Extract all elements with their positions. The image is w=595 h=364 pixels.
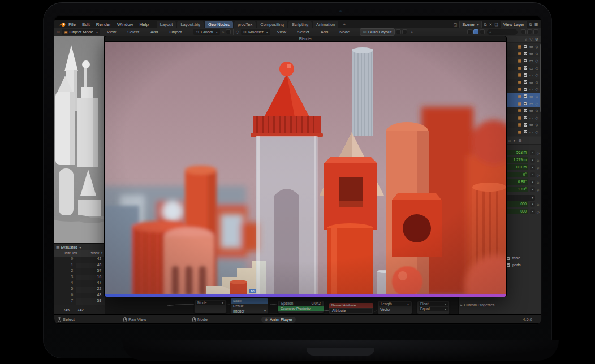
disable-render-icon[interactable]: ◇ (536, 102, 538, 106)
scale-value-field[interactable]: 000 (507, 201, 528, 207)
selectability-checkbox[interactable] (524, 80, 527, 84)
transform-value-field[interactable]: 031 m (507, 164, 528, 170)
transform-value-field[interactable]: 1.279 m (507, 157, 528, 163)
render-result-window[interactable]: Blender (105, 36, 506, 297)
selectability-checkbox[interactable] (524, 130, 527, 133)
selectability-checkbox[interactable] (524, 94, 527, 98)
disable-render-icon[interactable]: ◇ (536, 51, 538, 55)
transform-value-field[interactable]: 0.88° (507, 179, 528, 185)
lock-icon[interactable]: ▪ (530, 158, 535, 163)
workspace-tab[interactable]: Layout.big (177, 21, 204, 28)
hide-viewport-icon[interactable]: ▭ (529, 66, 533, 70)
snapping-toggle[interactable] (467, 29, 472, 34)
orientation-dropdown[interactable]: ⟲ Global ▾ (193, 29, 220, 35)
node-scale[interactable]: Scale Result Integer▾ (230, 298, 269, 314)
hide-viewport-icon[interactable]: ▭ (529, 130, 533, 134)
overlay-toggle-active[interactable] (473, 29, 478, 34)
hide-viewport-icon[interactable]: ▭ (529, 102, 533, 106)
workspace-tab[interactable]: Compositing (257, 21, 287, 28)
spreadsheet-row[interactable]: 0 42 (54, 257, 105, 263)
workspace-tab[interactable]: + (339, 21, 348, 28)
hide-viewport-icon[interactable]: ▭ (529, 73, 533, 77)
blender-logo-icon[interactable] (59, 22, 66, 27)
selectability-checkbox[interactable] (524, 123, 527, 127)
selectability-checkbox[interactable] (524, 45, 527, 48)
selectability-checkbox[interactable] (524, 116, 527, 119)
view-layer-selector[interactable]: View Layer (501, 21, 527, 28)
hide-viewport-icon[interactable]: ▭ (529, 94, 533, 98)
shading-toggle-2[interactable] (527, 29, 532, 34)
hide-viewport-icon[interactable]: ▭ (529, 80, 533, 84)
shading-toggle-3[interactable] (533, 29, 538, 34)
lock-icon[interactable]: ▪ (530, 172, 535, 177)
lock-icon[interactable]: ▪ (530, 165, 535, 170)
scale-value-field[interactable]: 000 (507, 209, 528, 214)
disable-render-icon[interactable]: ◇ (536, 94, 538, 98)
menu-item[interactable]: Help (139, 22, 148, 27)
node-menu-item[interactable]: View (277, 29, 286, 34)
viewport-menu-item[interactable]: Add (150, 29, 158, 34)
proportional-toggle[interactable] (226, 29, 231, 34)
checkbox[interactable] (507, 257, 510, 260)
viewport-menu-item[interactable]: Object (169, 29, 182, 34)
search-input[interactable] (493, 30, 515, 34)
render-window-titlebar[interactable]: Blender (105, 36, 506, 42)
spreadsheet-row[interactable]: 1 48 (54, 263, 105, 269)
keyframe-decorator-icon[interactable]: ◇ (537, 158, 540, 162)
workspace-tab[interactable]: Animation (313, 21, 338, 28)
node-toggle-2[interactable] (402, 29, 407, 34)
menu-item[interactable]: Edit (82, 22, 90, 27)
disable-render-icon[interactable]: ◇ (536, 80, 538, 84)
workspace-tab[interactable]: Geo Nodes (205, 21, 233, 28)
stop-icon[interactable]: ⊗ (265, 318, 268, 322)
timeline-strip[interactable] (105, 294, 506, 297)
mode-field[interactable]: Mode ▾ (196, 301, 225, 305)
selectability-checkbox[interactable] (524, 59, 527, 62)
keyframe-decorator-icon[interactable]: ◇ (537, 166, 540, 170)
viewport-menu-item[interactable]: View (107, 29, 116, 34)
search-icon[interactable]: ⌕ (525, 37, 527, 41)
node-tree-dropdown[interactable]: ⚙ Modifier ▾ (241, 29, 270, 35)
keyframe-decorator-icon[interactable]: ◇ (537, 188, 540, 192)
node-menu-item[interactable]: Node (339, 29, 350, 34)
epsilon-field[interactable]: Epsilon 0.042 (279, 301, 322, 306)
menu-item[interactable]: Window (117, 22, 133, 27)
viewport-3d-clay[interactable] (54, 36, 105, 243)
menu-item[interactable]: Render (96, 22, 111, 27)
disable-render-icon[interactable]: ◇ (536, 73, 538, 77)
dataset-dropdown[interactable]: Evaluated ▾ (61, 245, 81, 249)
spreadsheet-row[interactable]: 7 53 (54, 298, 105, 305)
spreadsheet-row[interactable]: 5 22 (54, 287, 105, 293)
selectability-checkbox[interactable] (524, 109, 527, 112)
node-geometry-proximity[interactable]: Epsilon 0.042 Geometry Proximity (278, 300, 324, 313)
spreadsheet-row[interactable]: 2 57 (54, 268, 105, 275)
node-menu-item[interactable]: Add (321, 29, 328, 34)
hide-viewport-icon[interactable]: ▭ (529, 87, 533, 91)
keyframe-decorator-icon[interactable]: ◇ (537, 180, 540, 184)
column-header[interactable]: stack_t (80, 250, 105, 257)
workspace-tab[interactable]: Layout (157, 21, 176, 28)
selectability-checkbox[interactable] (524, 66, 527, 70)
editor-type-icon[interactable]: ⊞ (57, 30, 60, 34)
node-menu-item[interactable]: Select (298, 29, 309, 34)
hide-viewport-icon[interactable]: ▭ (529, 116, 533, 120)
pin-icon[interactable]: ⌖ (411, 30, 413, 34)
layer-menu-icon[interactable]: ☰ (534, 23, 538, 27)
lock-icon[interactable]: ▪ (530, 180, 535, 185)
spreadsheet-row[interactable]: 4 47 (54, 280, 105, 287)
spreadsheet-row[interactable]: 3 16 (54, 275, 105, 281)
equal-dropdown[interactable]: Equal ▾ (419, 307, 448, 311)
custom-properties-section[interactable]: ▸ Custom Properties (460, 301, 514, 309)
disable-render-icon[interactable]: ◇ (536, 87, 538, 91)
selectability-checkbox[interactable] (524, 102, 527, 105)
geometry-node-editor[interactable]: Mode ▾ Scale Result Integer▾ Epsilon 0.0… (105, 297, 458, 314)
length-dropdown[interactable]: Length ▾ (379, 302, 411, 306)
hide-viewport-icon[interactable]: ▭ (529, 59, 533, 63)
keyframe-decorator-icon[interactable]: ◇ (537, 173, 540, 177)
node-editor-icon[interactable]: ⬡ (236, 30, 239, 34)
object-properties-icon[interactable]: ⌂ (508, 138, 511, 142)
keyframe-decorator-icon[interactable]: ◇ (537, 151, 540, 155)
hide-viewport-icon[interactable]: ▭ (529, 123, 533, 127)
lock-icon[interactable]: ▪ (530, 209, 535, 214)
transform-value-field[interactable]: 1.83° (507, 187, 528, 192)
